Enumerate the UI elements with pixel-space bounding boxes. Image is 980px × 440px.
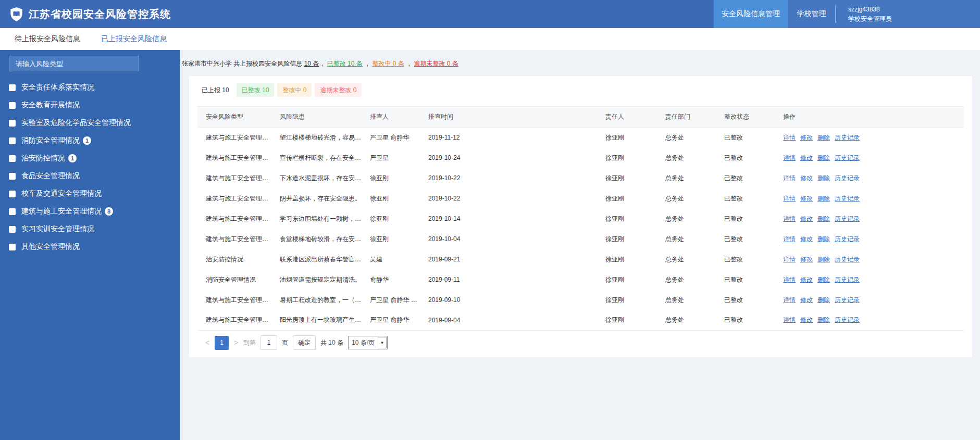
cell-responsible: 徐亚刚 xyxy=(597,209,657,229)
sidebar-item-1[interactable]: 安全教育开展情况 xyxy=(0,96,180,114)
cell-hazard: 下水道水泥盖损坏，存在安全隐... xyxy=(271,168,362,188)
risk-count-badge: 1 xyxy=(68,154,77,162)
report-summary: 张家港市中兴小学 共上报校园安全风险信息 10 条， 已整改 10 条 ， 整改… xyxy=(182,58,972,69)
sidebar-item-label: 其他安全管理情况 xyxy=(21,242,80,252)
row-action-delete[interactable]: 删除 xyxy=(817,154,830,161)
row-action-delete[interactable]: 删除 xyxy=(817,195,830,202)
column-header-7: 操作 xyxy=(775,107,964,128)
cell-hazard: 望江楼楼梯地砖光滑，容易滑倒... xyxy=(271,128,362,148)
pagination: < 1 > 到第 页 确定 共 10 条 10 条/页 ▼ xyxy=(197,335,964,350)
row-action-edit[interactable]: 修改 xyxy=(800,154,813,161)
row-action-history[interactable]: 历史记录 xyxy=(835,195,860,202)
row-action-delete[interactable]: 删除 xyxy=(817,235,830,243)
row-action-delete[interactable]: 删除 xyxy=(817,316,830,323)
risk-type-icon xyxy=(9,120,16,127)
row-action-history[interactable]: 历史记录 xyxy=(835,296,860,304)
row-action-edit[interactable]: 修改 xyxy=(800,316,813,323)
sidebar-item-9[interactable]: 其他安全管理情况 xyxy=(0,238,180,256)
row-action-history[interactable]: 历史记录 xyxy=(835,134,860,141)
sidebar-item-7[interactable]: 建筑与施工安全管理情况 8 xyxy=(0,203,180,220)
row-action-edit[interactable]: 修改 xyxy=(800,235,813,243)
subnav-tab-reported[interactable]: 已上报安全风险信息 xyxy=(101,34,167,44)
row-action-delete[interactable]: 删除 xyxy=(817,296,830,304)
page-size-select[interactable]: 10 条/页 ▼ xyxy=(348,336,388,349)
row-action-history[interactable]: 历史记录 xyxy=(835,235,860,243)
row-action-delete[interactable]: 删除 xyxy=(817,256,830,263)
row-action-edit[interactable]: 修改 xyxy=(800,134,813,141)
prev-page-icon[interactable]: < xyxy=(205,338,210,347)
summary-segment: ， xyxy=(363,60,373,67)
sidebar-item-6[interactable]: 校车及交通安全管理情况 xyxy=(0,185,180,203)
row-action-delete[interactable]: 删除 xyxy=(817,174,830,182)
column-header-1: 风险隐患 xyxy=(271,107,362,128)
confirm-page-button[interactable]: 确定 xyxy=(293,335,316,350)
row-action-detail[interactable]: 详情 xyxy=(783,276,796,283)
filter-chip-red[interactable]: 逾期未整改 0 xyxy=(315,83,362,97)
cell-inspector: 吴建 xyxy=(362,249,420,270)
row-action-detail[interactable]: 详情 xyxy=(783,256,796,263)
cell-status: 已整改 xyxy=(716,229,775,249)
page-unit-label: 页 xyxy=(282,338,288,347)
sidebar-item-5[interactable]: 食品安全管理情况 xyxy=(0,167,180,185)
cell-department: 总务处 xyxy=(657,270,716,290)
row-action-detail[interactable]: 详情 xyxy=(783,134,796,141)
row-action-detail[interactable]: 详情 xyxy=(783,195,796,202)
row-action-delete[interactable]: 删除 xyxy=(817,134,830,141)
row-action-edit[interactable]: 修改 xyxy=(800,296,813,304)
row-action-history[interactable]: 历史记录 xyxy=(835,316,860,323)
row-action-detail[interactable]: 详情 xyxy=(783,215,796,222)
cell-department: 总务处 xyxy=(657,168,716,188)
filter-chip-green[interactable]: 已整改 10 xyxy=(237,83,275,97)
subnav-tab-pending[interactable]: 待上报安全风险信息 xyxy=(15,34,80,44)
row-action-history[interactable]: 历史记录 xyxy=(835,276,860,283)
topnav-tab-risk-info[interactable]: 安全风险信息管理 xyxy=(714,0,788,28)
row-action-detail[interactable]: 详情 xyxy=(783,296,796,304)
cell-inspect-date: 2019-11-12 xyxy=(420,128,597,148)
row-action-detail[interactable]: 详情 xyxy=(783,154,796,161)
page-size-value: 10 条/页 xyxy=(349,338,377,347)
risk-type-icon xyxy=(9,102,16,109)
topnav-tab-school[interactable]: 学校管理 xyxy=(788,0,835,28)
sidebar-item-0[interactable]: 安全责任体系落实情况 xyxy=(0,79,180,96)
row-action-history[interactable]: 历史记录 xyxy=(835,174,860,182)
sidebar-item-4[interactable]: 治安防控情况 1 xyxy=(0,149,180,167)
app-logo-shield-icon xyxy=(9,7,23,22)
row-action-history[interactable]: 历史记录 xyxy=(835,154,860,161)
user-block[interactable]: szzjg43838 学校安全管理员 xyxy=(836,0,980,28)
row-action-edit[interactable]: 修改 xyxy=(800,215,813,222)
cell-inspector: 严卫星 俞静华 xyxy=(362,128,420,148)
row-action-edit[interactable]: 修改 xyxy=(800,256,813,263)
row-action-delete[interactable]: 删除 xyxy=(817,215,830,222)
cell-inspector: 徐亚刚 xyxy=(362,168,420,188)
row-action-delete[interactable]: 删除 xyxy=(817,276,830,283)
row-action-history[interactable]: 历史记录 xyxy=(835,215,860,222)
cell-actions: 详情修改删除历史记录 xyxy=(775,209,964,229)
cell-status: 已整改 xyxy=(716,290,775,310)
row-action-history[interactable]: 历史记录 xyxy=(835,256,860,263)
row-action-detail[interactable]: 详情 xyxy=(783,235,796,243)
sidebar-item-2[interactable]: 实验室及危险化学品安全管理情况 xyxy=(0,114,180,132)
page-number-button[interactable]: 1 xyxy=(215,336,229,350)
cell-inspect-date: 2019-09-04 xyxy=(420,310,597,331)
summary-segment: 整改中 0 条 xyxy=(372,60,404,67)
row-action-edit[interactable]: 修改 xyxy=(800,174,813,182)
filter-chip-plain[interactable]: 已上报 10 xyxy=(197,83,233,97)
cell-inspector: 严卫星 xyxy=(362,148,420,168)
filter-chip-orange[interactable]: 整改中 0 xyxy=(277,83,312,97)
row-action-edit[interactable]: 修改 xyxy=(800,276,813,283)
cell-inspect-date: 2019-09-11 xyxy=(420,270,597,290)
row-action-edit[interactable]: 修改 xyxy=(800,195,813,202)
goto-page-input[interactable] xyxy=(260,335,277,350)
cell-responsible: 徐亚刚 xyxy=(597,168,657,188)
risk-type-search-input[interactable] xyxy=(9,56,139,71)
cell-inspector: 严卫星 俞静华 徐... xyxy=(362,290,420,310)
row-action-detail[interactable]: 详情 xyxy=(783,316,796,323)
sidebar-item-label: 建筑与施工安全管理情况 xyxy=(21,207,102,216)
row-action-detail[interactable]: 详情 xyxy=(783,174,796,182)
cell-department: 总务处 xyxy=(657,290,716,310)
next-page-icon[interactable]: > xyxy=(233,338,239,347)
table-row: 建筑与施工安全管理情况 宣传栏横杆断裂，存在安全隐患。 严卫星 2019-10-… xyxy=(197,148,964,168)
sidebar-item-3[interactable]: 消防安全管理情况 1 xyxy=(0,132,180,149)
cell-responsible: 徐亚刚 xyxy=(597,290,657,310)
sidebar-item-8[interactable]: 实习实训安全管理情况 xyxy=(0,220,180,238)
